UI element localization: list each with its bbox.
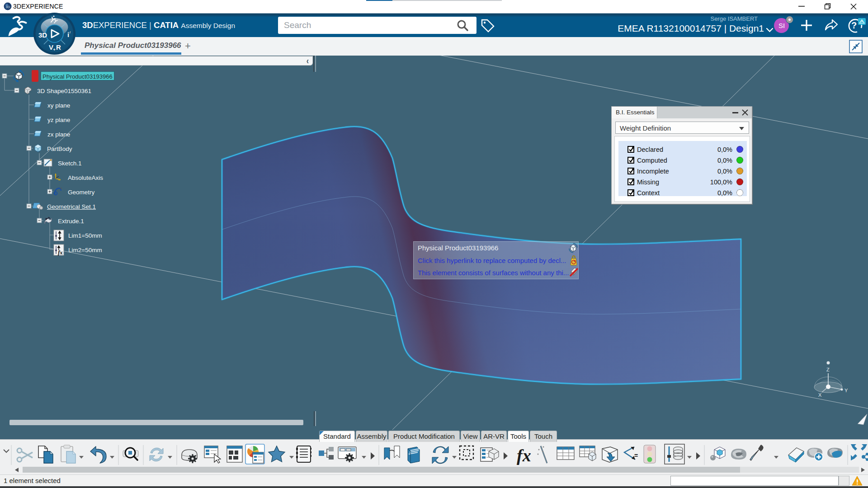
svg-text:Y: Y xyxy=(844,388,848,393)
svg-text:V: V xyxy=(49,43,53,51)
svg-text:fx: fx xyxy=(517,446,531,465)
svg-text:?: ? xyxy=(851,20,857,30)
svg-text:Z: Z xyxy=(826,367,830,372)
svg-text:i: i xyxy=(67,31,69,38)
svg-text:=: = xyxy=(634,452,638,459)
svg-text:i: i xyxy=(70,30,71,34)
svg-text:+: + xyxy=(53,47,56,52)
svg-text:3D: 3D xyxy=(5,5,10,9)
svg-text:fx: fx xyxy=(58,249,63,256)
svg-text:R: R xyxy=(56,43,61,51)
svg-text:X: X xyxy=(818,392,822,398)
svg-text:3D: 3D xyxy=(38,31,47,39)
